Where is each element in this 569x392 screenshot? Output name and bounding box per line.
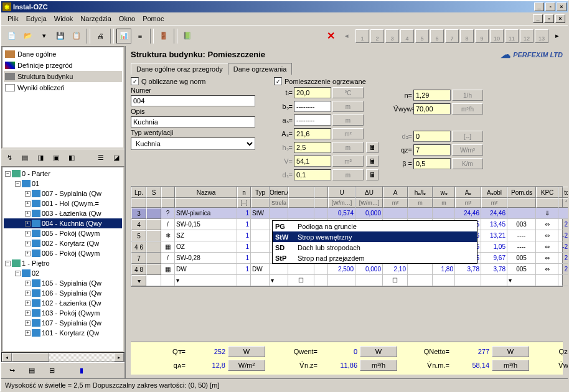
Vwyw-input[interactable] bbox=[413, 103, 451, 114]
menu-narzedzia[interactable]: Narzędzia bbox=[77, 14, 115, 24]
mdi-minimize-button[interactable]: _ bbox=[533, 14, 543, 23]
column-header[interactable]: S bbox=[146, 187, 161, 198]
As-input[interactable] bbox=[294, 128, 331, 139]
opis-input[interactable] bbox=[131, 116, 255, 128]
bb-1[interactable]: ↪ bbox=[4, 363, 19, 378]
tree-tool-3[interactable]: ◨ bbox=[34, 152, 47, 164]
column-header[interactable]: Aₒobl bbox=[481, 187, 507, 198]
tab-dane-ogrzewania[interactable]: Dane ogrzewania bbox=[228, 63, 293, 75]
V-calc-icon[interactable]: 🖩 bbox=[366, 156, 379, 167]
typw-select[interactable]: Kuchnia bbox=[131, 138, 255, 150]
column-header[interactable]: KPC bbox=[536, 187, 558, 198]
hs-calc-icon[interactable]: 🖩 bbox=[366, 142, 379, 153]
dropdown-option[interactable]: SDDach lub stropodach bbox=[273, 242, 477, 253]
bb-3[interactable]: ⊞ bbox=[44, 363, 59, 378]
tree-node[interactable]: −01 bbox=[4, 179, 122, 189]
menu-edycja[interactable]: Edycja bbox=[22, 14, 50, 24]
column-header[interactable]: tds bbox=[558, 187, 568, 198]
nav-4[interactable]: 4 bbox=[400, 29, 414, 43]
nav-10[interactable]: 10 bbox=[490, 29, 504, 43]
d2-input[interactable] bbox=[413, 131, 451, 142]
column-header[interactable] bbox=[314, 187, 328, 198]
nav-7[interactable]: 7 bbox=[445, 29, 459, 43]
dropdown-button[interactable]: ▾ bbox=[37, 29, 52, 44]
column-header[interactable]: ΔU bbox=[355, 187, 383, 198]
tree-node[interactable]: −02 bbox=[4, 268, 122, 278]
nav-5[interactable]: 5 bbox=[415, 29, 429, 43]
dropdown-option[interactable]: StWStrop wewnętrzny bbox=[273, 231, 477, 242]
scroll-right-button[interactable]: ▸ bbox=[114, 353, 124, 362]
nav-definicje[interactable]: Definicje przegród bbox=[4, 60, 122, 71]
tree-tool-4[interactable]: ▣ bbox=[50, 152, 62, 164]
chk-q-obliczane[interactable]: ✓ bbox=[131, 77, 139, 85]
tree-node[interactable]: +002 - Korytarz (Qw bbox=[4, 238, 122, 248]
column-header[interactable]: Orien./ bbox=[270, 187, 288, 198]
tree-tool-5[interactable]: ◧ bbox=[65, 152, 78, 164]
tree-node[interactable]: −1 - Piętro bbox=[4, 258, 122, 268]
scroll-left-button[interactable]: ◂ bbox=[2, 353, 12, 362]
delete-button[interactable]: ✕ bbox=[323, 29, 338, 44]
table-row[interactable]: 3?StW-piwnica1StW0,5740,00024,4624,46⇓8,… bbox=[131, 208, 562, 219]
tree-node[interactable]: +005 - Pokój (Qwym bbox=[4, 228, 122, 238]
maximize-button[interactable]: ▫ bbox=[545, 2, 555, 11]
tree-node[interactable]: +106 - Sypialnia (Qw bbox=[4, 288, 122, 298]
chk-ogrzewane[interactable]: ✓ bbox=[274, 77, 282, 85]
calc-button[interactable]: 📊 bbox=[116, 29, 131, 44]
d1-calc-icon[interactable]: 🖩 bbox=[366, 169, 379, 180]
beta-input[interactable] bbox=[413, 158, 451, 169]
nav-13[interactable]: 13 bbox=[535, 29, 548, 43]
nav-1[interactable]: 1 bbox=[355, 29, 369, 43]
menu-plik[interactable]: Plik bbox=[4, 14, 22, 24]
column-header[interactable]: hₒ/lₒ bbox=[408, 187, 433, 198]
column-header[interactable]: n bbox=[237, 187, 251, 198]
column-header[interactable]: U bbox=[328, 187, 355, 198]
tree-node[interactable]: +102 - Łazienka (Qw bbox=[4, 298, 122, 308]
tree-node[interactable]: +103 - Pokój (Qwym bbox=[4, 308, 122, 318]
numer-input[interactable] bbox=[131, 95, 255, 106]
nav-struktura[interactable]: Struktura budynku bbox=[4, 71, 122, 82]
tree-node[interactable]: +003 - Łazienka (Qw bbox=[4, 208, 122, 218]
tree-tool-1[interactable]: ↯ bbox=[3, 152, 16, 164]
mdi-close-button[interactable]: × bbox=[555, 14, 565, 23]
tree-node[interactable]: +101 - Korytarz (Qw bbox=[4, 328, 122, 338]
column-header[interactable]: Pom.ds bbox=[507, 187, 536, 198]
bs-input[interactable] bbox=[294, 101, 331, 112]
hs-input[interactable] bbox=[294, 142, 331, 153]
qz-input[interactable] bbox=[413, 144, 451, 156]
menu-widok[interactable]: Widok bbox=[50, 14, 77, 24]
nav-9[interactable]: 9 bbox=[475, 29, 489, 43]
print-button[interactable]: 🖨 bbox=[93, 29, 108, 44]
menu-okno[interactable]: Okno bbox=[115, 14, 139, 24]
tree-node[interactable]: −0 - Parter bbox=[4, 169, 122, 179]
minimize-button[interactable]: _ bbox=[534, 2, 544, 11]
bb-2[interactable]: ▤ bbox=[24, 363, 39, 378]
data-grid[interactable]: Lp.SNazwanTypOrien./UΔUAhₒ/lₒwₒAₒAₒoblPo… bbox=[131, 186, 563, 287]
exit-button[interactable]: 🚪 bbox=[156, 29, 171, 44]
nav-12[interactable]: 12 bbox=[520, 29, 534, 43]
bb-4[interactable]: ▮ bbox=[74, 363, 89, 378]
save-button[interactable]: 💾 bbox=[53, 29, 68, 44]
menu-pomoc[interactable]: Pomoc bbox=[139, 14, 167, 24]
nav-dane-ogolne[interactable]: Dane ogólne bbox=[4, 49, 122, 60]
tree-tool-6[interactable]: ☰ bbox=[95, 152, 107, 164]
dropdown-option[interactable]: PGPodłoga na gruncie bbox=[273, 221, 477, 231]
help-button[interactable]: 📗 bbox=[180, 29, 195, 44]
ti-input[interactable] bbox=[294, 87, 331, 98]
saveas-button[interactable]: 📋 bbox=[69, 29, 84, 44]
close-button[interactable]: × bbox=[557, 2, 567, 11]
nav-8[interactable]: 8 bbox=[460, 29, 474, 43]
open-button[interactable]: 📂 bbox=[21, 29, 35, 44]
tree-node[interactable]: +004 - Kuchnia (Qwy bbox=[4, 218, 122, 228]
nav-2[interactable]: 2 bbox=[370, 29, 384, 43]
tree-node[interactable]: +105 - Sypialnia (Qw bbox=[4, 278, 122, 288]
project-tree[interactable]: −0 - Parter−01+007 - Sypialnia (Qw+001 -… bbox=[1, 166, 125, 352]
column-header[interactable]: Lp. bbox=[131, 187, 146, 198]
column-header[interactable]: Typ bbox=[251, 187, 270, 198]
tree-node[interactable]: +107 - Sypialnia (Qw bbox=[4, 318, 122, 328]
column-header[interactable]: Nazwa bbox=[175, 187, 237, 198]
column-header[interactable]: A bbox=[383, 187, 408, 198]
column-header[interactable]: Aₒ bbox=[455, 187, 481, 198]
tree-node[interactable]: +001 - Hol (Qwym.= bbox=[4, 198, 122, 208]
scroll-thumb[interactable] bbox=[12, 353, 49, 362]
V-input[interactable] bbox=[294, 156, 331, 167]
